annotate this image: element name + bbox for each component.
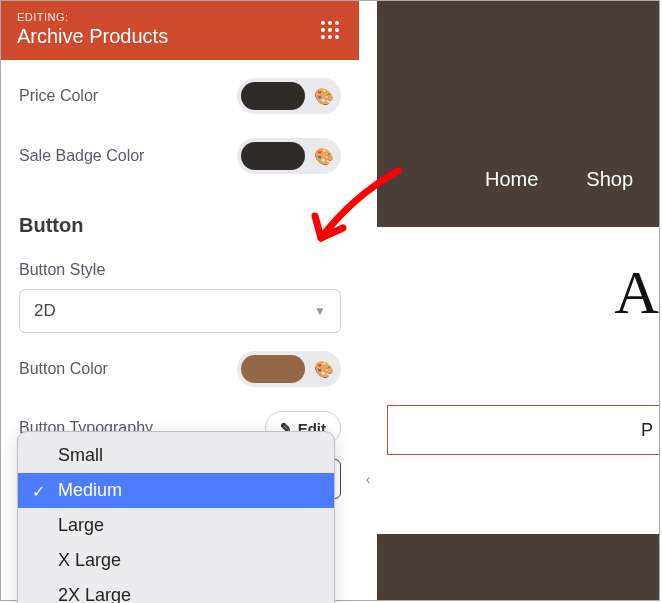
chevron-down-icon: ⌄ xyxy=(321,216,341,236)
grid-menu-button[interactable] xyxy=(317,17,343,43)
svg-point-6 xyxy=(321,35,325,39)
section-title: Button xyxy=(19,214,83,237)
collapse-panel-button[interactable]: ‹ xyxy=(359,465,377,493)
button-section-header[interactable]: Button ⌄ xyxy=(19,186,341,247)
svg-point-3 xyxy=(321,28,325,32)
caret-down-icon: ▼ xyxy=(314,304,326,318)
button-style-label: Button Style xyxy=(19,261,341,279)
nav-link-shop[interactable]: Shop xyxy=(586,168,633,191)
button-color-label: Button Color xyxy=(19,360,108,378)
button-style-value: 2D xyxy=(34,301,56,321)
chevron-left-icon: ‹ xyxy=(366,471,371,487)
palette-icon[interactable]: 🎨 xyxy=(311,83,337,109)
button-style-field: Button Style 2D ▼ xyxy=(19,247,341,333)
nav-link-home[interactable]: Home xyxy=(485,168,538,191)
svg-point-0 xyxy=(321,21,325,25)
price-color-control[interactable]: 🎨 xyxy=(237,78,341,114)
button-color-swatch[interactable] xyxy=(241,355,305,383)
size-option[interactable]: Large xyxy=(18,508,334,543)
preview-area: Home Shop A P xyxy=(377,1,659,600)
svg-point-8 xyxy=(335,35,339,39)
sale-badge-color-swatch[interactable] xyxy=(241,142,305,170)
button-style-select[interactable]: 2D ▼ xyxy=(19,289,341,333)
palette-icon[interactable]: 🎨 xyxy=(311,356,337,382)
sale-badge-color-label: Sale Badge Color xyxy=(19,147,144,165)
price-color-row: Price Color 🎨 xyxy=(19,66,341,126)
svg-point-1 xyxy=(328,21,332,25)
editing-label: EDITING: xyxy=(17,11,168,23)
page-heading-fragment: A xyxy=(614,257,659,328)
size-option[interactable]: X Large xyxy=(18,543,334,578)
price-color-label: Price Color xyxy=(19,87,98,105)
svg-point-2 xyxy=(335,21,339,25)
button-color-control[interactable]: 🎨 xyxy=(237,351,341,387)
product-box[interactable]: P xyxy=(387,405,659,455)
size-option[interactable]: Small xyxy=(18,438,334,473)
size-dropdown: SmallMediumLargeX Large2X Large xyxy=(17,431,335,603)
preview-footer xyxy=(377,534,659,600)
svg-point-5 xyxy=(335,28,339,32)
sale-badge-color-control[interactable]: 🎨 xyxy=(237,138,341,174)
panel-header: EDITING: Archive Products xyxy=(1,1,359,60)
svg-point-7 xyxy=(328,35,332,39)
size-option[interactable]: Medium xyxy=(18,473,334,508)
sale-badge-color-row: Sale Badge Color 🎨 xyxy=(19,126,341,186)
preview-content: A P xyxy=(377,227,659,534)
palette-icon[interactable]: 🎨 xyxy=(311,143,337,169)
panel-title: Archive Products xyxy=(17,25,168,48)
svg-point-4 xyxy=(328,28,332,32)
preview-navbar: Home Shop xyxy=(377,1,659,227)
product-text-fragment: P xyxy=(641,420,653,441)
price-color-swatch[interactable] xyxy=(241,82,305,110)
button-color-row: Button Color 🎨 xyxy=(19,333,341,399)
size-option[interactable]: 2X Large xyxy=(18,578,334,603)
grid-icon xyxy=(320,20,340,40)
